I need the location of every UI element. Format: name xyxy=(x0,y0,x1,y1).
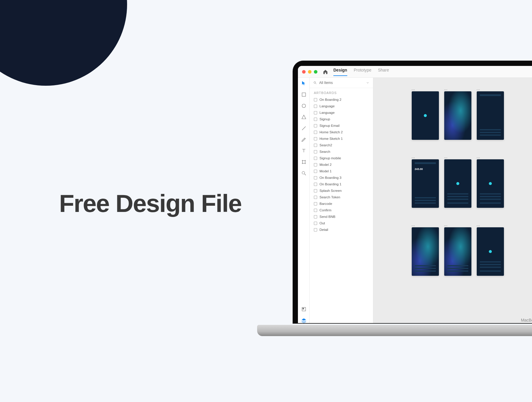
tab-prototype[interactable]: Prototype xyxy=(354,68,372,76)
artboard-handle-icon xyxy=(477,226,504,226)
artboard-list-item[interactable]: Language xyxy=(310,103,373,109)
artboard-handle-icon xyxy=(477,158,504,158)
artboard-list-item[interactable]: Barcode xyxy=(310,200,373,207)
artboard-thumbnail-wrap xyxy=(444,90,471,140)
artboard-list-item[interactable]: Home Sketch 1 xyxy=(310,135,373,142)
artboard-item-label: Language xyxy=(319,104,335,108)
artboard-thumbnail[interactable]: 243.00 xyxy=(412,159,439,208)
artboard-list-item[interactable]: Detail xyxy=(310,226,373,233)
artboard-list-item[interactable]: On Boarding 1 xyxy=(310,181,373,187)
artboard-item-label: On Boarding 3 xyxy=(319,176,341,179)
svg-rect-0 xyxy=(302,93,306,96)
layers-panel-icon[interactable] xyxy=(301,318,306,323)
artboard-thumbnail[interactable] xyxy=(444,227,471,276)
artboard-icon xyxy=(314,189,317,192)
artboard-handle-icon xyxy=(444,158,471,158)
artboard-list-item[interactable]: Splash Screen xyxy=(310,187,373,194)
artboard-thumbnail[interactable] xyxy=(412,91,439,140)
artboard-list-item[interactable]: Signup mobile xyxy=(310,155,373,161)
polygon-tool-icon[interactable] xyxy=(301,114,306,120)
artboard-handle-icon xyxy=(444,226,471,226)
artboard-thumbnail[interactable] xyxy=(444,91,471,140)
artboard-thumbnail[interactable] xyxy=(477,227,504,276)
artboard-icon xyxy=(314,111,317,114)
artboard-icon xyxy=(314,196,317,199)
titlebar: Design Prototype Share xyxy=(298,66,532,78)
maximize-window-button[interactable] xyxy=(314,70,317,74)
close-window-button[interactable] xyxy=(302,70,306,74)
artboard-icon xyxy=(314,176,317,179)
artboard-item-label: On Boarding 1 xyxy=(319,182,341,186)
artboard-list-item[interactable]: Search xyxy=(310,148,373,155)
artboards-section-title: ARTBOARDS xyxy=(310,88,373,96)
artboard-thumbnail[interactable] xyxy=(477,159,504,208)
artboard-item-label: Search xyxy=(319,150,330,153)
artboard-icon xyxy=(314,131,317,134)
ellipse-tool-icon[interactable] xyxy=(301,103,306,108)
artboard-list-item[interactable]: Confirm xyxy=(310,207,373,213)
artboard-list-item[interactable]: Home Sketch 2 xyxy=(310,129,373,135)
artboard-item-label: Out xyxy=(319,221,325,225)
artboard-thumbnail[interactable] xyxy=(412,227,439,276)
artboard-thumbnail[interactable] xyxy=(477,91,504,140)
artboard-thumbnail-wrap xyxy=(412,226,439,276)
artboard-item-label: Model 2 xyxy=(319,163,332,166)
artboard-list-item[interactable]: Model 1 xyxy=(310,168,373,174)
artboard-thumbnail-wrap xyxy=(477,158,504,208)
artboard-list-item[interactable]: Search Token xyxy=(310,194,373,200)
minimize-window-button[interactable] xyxy=(308,70,312,74)
artboard-item-label: Search2 xyxy=(319,143,332,147)
artboard-icon xyxy=(314,118,317,121)
tab-design[interactable]: Design xyxy=(333,68,347,76)
artboard-item-label: Signup Email xyxy=(319,124,340,127)
artboard-thumbnail-wrap: 243.00 xyxy=(412,158,439,208)
assets-panel-icon[interactable] xyxy=(301,307,306,312)
artboard-list-item[interactable]: Signup xyxy=(310,116,373,122)
artboard-list-item[interactable]: On Boarding 2 xyxy=(310,96,373,103)
home-icon[interactable] xyxy=(323,69,328,74)
pen-tool-icon[interactable] xyxy=(301,137,306,142)
chevron-down-icon xyxy=(366,81,369,85)
rectangle-tool-icon[interactable] xyxy=(301,92,306,97)
artboard-list-item[interactable]: Model 2 xyxy=(310,161,373,168)
artboard-item-label: Home Sketch 1 xyxy=(319,137,343,140)
search-icon xyxy=(313,81,317,85)
svg-point-8 xyxy=(314,82,316,83)
svg-line-9 xyxy=(316,83,317,84)
artboard-list-item[interactable]: Language xyxy=(310,109,373,116)
line-tool-icon[interactable] xyxy=(301,126,306,131)
artboard-tool-icon[interactable] xyxy=(301,159,306,165)
svg-point-1 xyxy=(302,104,306,108)
artboard-handle-icon xyxy=(477,90,504,90)
artboard-item-label: Barcode xyxy=(319,202,332,205)
artboard-icon xyxy=(314,215,317,218)
artboard-item-label: Model 1 xyxy=(319,169,332,173)
artboard-icon xyxy=(314,137,317,140)
artboard-list-item[interactable]: On Boarding 3 xyxy=(310,174,373,181)
artboard-thumbnail-wrap xyxy=(444,226,471,276)
artboard-thumbnail[interactable] xyxy=(444,159,471,208)
select-tool-icon[interactable] xyxy=(301,81,306,86)
text-tool-icon[interactable] xyxy=(301,148,306,153)
zoom-tool-icon[interactable] xyxy=(301,171,306,176)
artboard-list-item[interactable]: Signup Email xyxy=(310,122,373,129)
artboard-item-label: Signup mobile xyxy=(319,156,341,160)
artboard-list-item[interactable]: Search2 xyxy=(310,142,373,148)
artboard-item-label: On Boarding 2 xyxy=(319,98,341,101)
panel-search[interactable]: All Items xyxy=(310,78,373,88)
artboard-thumbnail-wrap xyxy=(477,90,504,140)
svg-line-2 xyxy=(302,127,306,130)
artboard-list-item[interactable]: Send BNB xyxy=(310,213,373,220)
artboard-icon xyxy=(314,105,317,108)
artboard-handle-icon xyxy=(412,226,439,226)
tab-share[interactable]: Share xyxy=(378,68,389,76)
decorative-circle xyxy=(0,0,127,86)
artboard-icon xyxy=(314,209,317,212)
artboard-thumbnail-wrap xyxy=(444,158,471,208)
svg-rect-7 xyxy=(303,308,304,309)
artboard-icon xyxy=(314,163,317,166)
artboard-list-item[interactable]: Out xyxy=(310,220,373,226)
canvas[interactable]: 243.00 xyxy=(373,78,532,323)
svg-line-5 xyxy=(304,174,306,175)
artboard-item-label: Signup xyxy=(319,117,330,121)
